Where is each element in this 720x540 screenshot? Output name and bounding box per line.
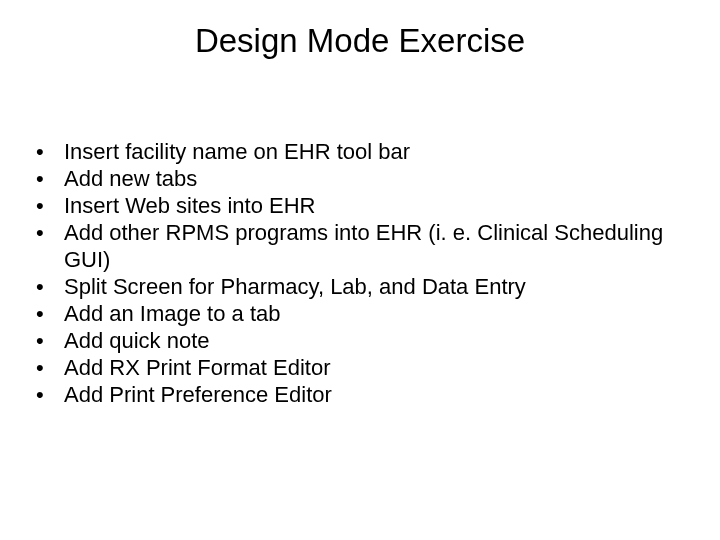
- list-item: Add an Image to a tab: [36, 300, 690, 327]
- list-item: Add Print Preference Editor: [36, 381, 690, 408]
- list-item: Split Screen for Pharmacy, Lab, and Data…: [36, 273, 690, 300]
- list-item: Add new tabs: [36, 165, 690, 192]
- list-item: Add RX Print Format Editor: [36, 354, 690, 381]
- bullet-list: Insert facility name on EHR tool bar Add…: [0, 138, 720, 408]
- list-item: Insert facility name on EHR tool bar: [36, 138, 690, 165]
- slide: Design Mode Exercise Insert facility nam…: [0, 0, 720, 540]
- list-item: Add quick note: [36, 327, 690, 354]
- list-item: Insert Web sites into EHR: [36, 192, 690, 219]
- slide-title: Design Mode Exercise: [0, 22, 720, 60]
- list-item: Add other RPMS programs into EHR (i. e. …: [36, 219, 690, 273]
